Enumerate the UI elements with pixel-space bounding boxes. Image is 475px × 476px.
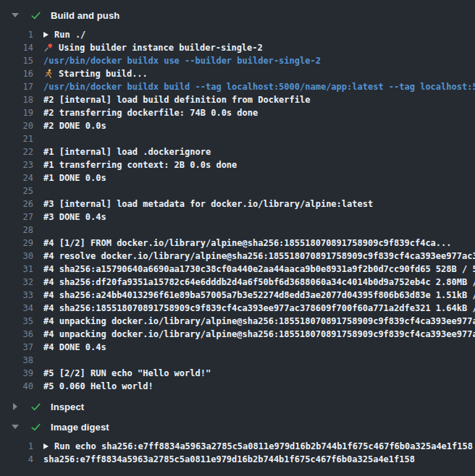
section-title: Inspect [51,401,84,412]
log-text: #5 0.060 Hello world! [43,380,475,393]
log-section-build-and-push: Build and push 1Run ./14 Using builder i… [0,6,475,396]
line-number[interactable]: 25 [0,184,33,197]
log-text: #2 transferring dockerfile: 74B 0.0s don… [43,106,475,119]
success-check-icon [30,422,41,433]
log-text: #4 sha256:185518070891758909c9f839cf4ca3… [43,302,475,315]
log-line: 1Run ./ [0,28,475,41]
section-title: Image digest [51,422,109,433]
chevron-right-icon[interactable] [11,403,20,410]
log-line: 37#4 DONE 0.4s [0,341,475,354]
line-number[interactable]: 22 [0,145,33,158]
log-line: 23#1 transferring context: 2B 0.0s done [0,158,475,171]
line-number[interactable]: 37 [0,341,33,354]
log-line: 19#2 transferring dockerfile: 74B 0.0s d… [0,106,475,119]
log-line: 1Run echo sha256:e7ff8834a5963a2785c5a08… [0,440,475,453]
pushpin-icon [43,43,54,53]
line-number[interactable]: 30 [0,250,33,263]
chevron-down-icon[interactable] [11,13,20,17]
log-text: sha256:e7ff8834a5963a2785c5a0811e979d16b… [43,453,475,466]
line-number[interactable]: 28 [0,224,33,237]
line-number[interactable]: 17 [0,80,33,93]
log-line: 39#5 [2/2] RUN echo "Hello world!" [0,367,475,380]
log-text: #4 unpacking docker.io/library/alpine@sh… [43,315,475,328]
line-number[interactable]: 1 [0,28,33,41]
log-text: Run ./ [43,28,475,41]
log-line: 36#4 unpacking docker.io/library/alpine@… [0,328,475,341]
log-line: 14 Using builder instance builder-single… [0,41,475,54]
log-text: #2 [internal] load build definition from… [43,93,475,106]
line-number[interactable]: 14 [0,41,33,54]
log-text [43,132,475,145]
log-text: #4 [1/2] FROM docker.io/library/alpine@s… [43,237,475,250]
log-text: #5 [2/2] RUN echo "Hello world!" [43,367,475,380]
log-line: 21 [0,132,475,145]
run-toggle-icon[interactable] [43,443,49,449]
workflow-log: Build and push 1Run ./14 Using builder i… [0,0,475,469]
section-header-inspect[interactable]: Inspect [0,397,475,416]
log-line: 33#4 sha256:a24bb4013296f61e89ba57005a7b… [0,289,475,302]
runner-icon [43,69,54,79]
line-number[interactable]: 32 [0,276,33,289]
log-line: 18#2 [internal] load build definition fr… [0,93,475,106]
log-line: 24#1 DONE 0.0s [0,171,475,184]
log-line: 38 [0,354,475,367]
line-number[interactable]: 34 [0,302,33,315]
log-text: #4 sha256:df20fa9351a15782c64e6dddb2d4a6… [43,276,475,289]
line-number[interactable]: 4 [0,453,33,466]
log-text: Using builder instance builder-single-2 [43,41,475,54]
line-number[interactable]: 1 [0,440,33,453]
log-text: #4 resolve docker.io/library/alpine@sha2… [43,250,475,263]
line-number[interactable]: 16 [0,67,33,80]
success-check-icon [30,401,41,412]
log-text [43,354,475,367]
chevron-down-icon[interactable] [11,425,20,429]
log-text: /usr/bin/docker buildx use --builder bui… [43,54,475,67]
line-number[interactable]: 20 [0,119,33,132]
line-number[interactable]: 23 [0,158,33,171]
run-toggle-icon[interactable] [43,32,49,38]
log-text: #1 [internal] load .dockerignore [43,145,475,158]
line-number[interactable]: 29 [0,237,33,250]
line-number[interactable]: 21 [0,132,33,145]
section-header-image-digest[interactable]: Image digest [0,417,475,436]
log-line: 31#4 sha256:a15790640a6690aa1730c38cf0a4… [0,263,475,276]
log-text: #4 unpacking docker.io/library/alpine@sh… [43,328,475,341]
log-text [43,184,475,197]
success-check-icon [30,10,41,21]
log-line: 35#4 unpacking docker.io/library/alpine@… [0,315,475,328]
log-text [43,224,475,237]
log-line: 17/usr/bin/docker buildx build --tag loc… [0,80,475,93]
log-text: #4 sha256:a24bb4013296f61e89ba57005a7b3e… [43,289,475,302]
log-line: 29#4 [1/2] FROM docker.io/library/alpine… [0,237,475,250]
log-line: 15/usr/bin/docker buildx use --builder b… [0,54,475,67]
log-line: 22#1 [internal] load .dockerignore [0,145,475,158]
log-text: #2 DONE 0.0s [43,119,475,132]
line-number[interactable]: 31 [0,263,33,276]
log-text: #3 [internal] load metadata for docker.i… [43,197,475,211]
line-number[interactable]: 35 [0,315,33,328]
log-line: 28 [0,224,475,237]
line-number[interactable]: 33 [0,289,33,302]
log-text: #4 sha256:a15790640a6690aa1730c38cf0a440… [43,263,475,276]
line-number[interactable]: 39 [0,367,33,380]
line-number[interactable]: 15 [0,54,33,67]
line-number[interactable]: 24 [0,171,33,184]
log-section-inspect: Inspect [0,397,475,416]
line-number[interactable]: 27 [0,211,33,224]
log-text: #4 DONE 0.4s [43,341,475,354]
log-text: #1 transferring context: 2B 0.0s done [43,158,475,171]
line-number[interactable]: 36 [0,328,33,341]
line-number[interactable]: 40 [0,380,33,393]
line-number[interactable]: 18 [0,93,33,106]
log-text: /usr/bin/docker buildx build --tag local… [43,80,475,93]
log-line: 40#5 0.060 Hello world! [0,380,475,393]
log-section-image-digest: Image digest 1Run echo sha256:e7ff8834a5… [0,417,475,469]
line-number[interactable]: 26 [0,197,33,211]
line-number[interactable]: 19 [0,106,33,119]
log-text: Starting build... [43,67,475,80]
section-header-build-and-push[interactable]: Build and push [0,6,475,25]
log-line: 27#3 DONE 0.4s [0,211,475,224]
line-number[interactable]: 38 [0,354,33,367]
log-line: 4sha256:e7ff8834a5963a2785c5a0811e979d16… [0,453,475,466]
log-text: #1 DONE 0.0s [43,171,475,184]
